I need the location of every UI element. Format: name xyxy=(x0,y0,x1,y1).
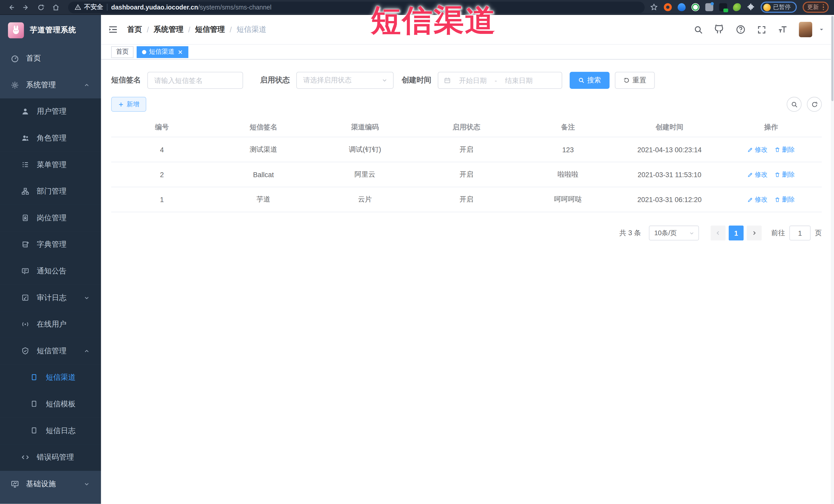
date-range-picker[interactable]: - xyxy=(438,72,562,89)
user-avatar[interactable] xyxy=(799,22,812,37)
extension-grid-icon[interactable] xyxy=(705,3,713,11)
bookmark-star-icon[interactable] xyxy=(650,3,658,11)
browser-menu-icon[interactable] xyxy=(823,4,824,10)
sign-input[interactable] xyxy=(147,72,243,89)
sidebar-item-audit-log[interactable]: 审计日志 xyxy=(0,285,101,311)
end-date-input[interactable] xyxy=(499,76,538,84)
goto-page-input[interactable] xyxy=(789,226,811,241)
sidebar-item-menus[interactable]: 菜单管理 xyxy=(0,152,101,178)
delete-link[interactable]: 删除 xyxy=(774,195,795,204)
help-question-icon[interactable] xyxy=(736,24,746,35)
breadcrumb-system[interactable]: 系统管理 xyxy=(154,25,183,34)
main-area: 首页 / 系统管理 / 短信管理 / 短信渠道 xyxy=(101,15,834,504)
document-icon xyxy=(30,400,39,409)
sidebar-item-depts[interactable]: 部门管理 xyxy=(0,178,101,205)
extension-orange-icon[interactable] xyxy=(663,3,672,11)
page-size-select[interactable]: 10条/页 xyxy=(649,226,699,241)
start-date-input[interactable] xyxy=(453,76,492,84)
sidebar-item-dict[interactable]: 字典管理 xyxy=(0,231,101,258)
delete-link[interactable]: 删除 xyxy=(774,170,795,179)
browser-home-button[interactable] xyxy=(49,1,63,14)
fullscreen-icon[interactable] xyxy=(757,25,767,34)
reset-button[interactable]: 重置 xyxy=(615,72,655,89)
github-icon[interactable] xyxy=(715,24,724,35)
shield-check-icon xyxy=(21,347,30,355)
col-header-time: 创建时间 xyxy=(619,123,720,132)
avatar-caret-down-icon[interactable] xyxy=(818,27,825,32)
delete-link-label: 删除 xyxy=(782,195,795,204)
sidebar-item-error-code[interactable]: 错误码管理 xyxy=(0,444,101,471)
extensions-puzzle-icon[interactable] xyxy=(746,3,754,11)
browser-forward-button[interactable] xyxy=(19,1,33,14)
sidebar-item-online-users[interactable]: 在线用户 xyxy=(0,311,101,338)
sidebar-item-home[interactable]: 首页 xyxy=(0,45,101,72)
id-badge-icon xyxy=(21,214,30,222)
sidebar-item-label: 字典管理 xyxy=(37,240,66,249)
header-search-icon[interactable] xyxy=(694,25,703,34)
toggle-search-button[interactable] xyxy=(787,97,802,112)
home-icon xyxy=(53,5,59,10)
address-divider xyxy=(107,4,107,11)
sidebar-item-sms[interactable]: 短信管理 xyxy=(0,338,101,365)
delete-link[interactable]: 删除 xyxy=(774,145,795,154)
status-label: 启用状态 xyxy=(260,75,290,85)
sidebar-item-notice[interactable]: 通知公告 xyxy=(0,258,101,285)
active-dot-icon xyxy=(142,50,146,54)
sidebar-item-posts[interactable]: 岗位管理 xyxy=(0,205,101,232)
profile-paused-badge[interactable]: 已暂停 xyxy=(760,2,796,13)
tag-close-icon[interactable] xyxy=(178,49,183,55)
page-number-button[interactable]: 1 xyxy=(729,226,744,241)
sidebar-item-roles[interactable]: 角色管理 xyxy=(0,125,101,152)
col-header-status: 启用状态 xyxy=(416,123,517,132)
tag-label: 短信渠道 xyxy=(149,47,174,56)
address-bar[interactable]: 不安全 dashboard.yudao.iocoder.cn/system/sm… xyxy=(68,1,644,13)
browser-update-button[interactable]: 更新 xyxy=(803,2,829,13)
extension-leaf-icon[interactable] xyxy=(732,3,741,11)
sidebar-collapse-button[interactable] xyxy=(108,24,118,35)
edit-link[interactable]: 修改 xyxy=(747,195,768,204)
prev-page-button[interactable] xyxy=(710,226,725,241)
sidebar: 芋道管理系统 首页 系统管理 用户管理 角色管 xyxy=(0,15,101,504)
next-page-button[interactable] xyxy=(747,226,762,241)
sidebar-item-infrastructure[interactable]: 基础设施 xyxy=(0,471,101,498)
edit-square-icon xyxy=(21,294,30,302)
browser-reload-button[interactable] xyxy=(34,1,48,14)
paused-label: 已暂停 xyxy=(773,3,791,11)
sidebar-item-sms-template[interactable]: 短信模板 xyxy=(0,391,101,418)
sidebar-item-label: 基础设施 xyxy=(26,479,56,489)
sidebar-item-system[interactable]: 系统管理 xyxy=(0,72,101,98)
breadcrumb-sms[interactable]: 短信管理 xyxy=(195,25,225,34)
chevron-down-icon xyxy=(381,77,388,84)
page-scrollbar[interactable] xyxy=(831,15,834,504)
status-select[interactable]: 请选择启用状态 xyxy=(296,72,394,89)
online-signal-icon xyxy=(21,320,30,329)
site-security-indicator[interactable]: 不安全 xyxy=(74,3,103,12)
breadcrumb-home[interactable]: 首页 xyxy=(127,25,142,34)
add-button[interactable]: 新增 xyxy=(111,97,146,112)
browser-toolbar: 不安全 dashboard.yudao.iocoder.cn/system/sm… xyxy=(0,0,834,15)
scrollbar-thumb[interactable] xyxy=(831,16,833,101)
chevron-down-icon xyxy=(83,481,90,487)
search-button[interactable]: 搜索 xyxy=(570,72,609,89)
sidebar-item-sms-log[interactable]: 短信日志 xyxy=(0,418,101,444)
tag-home[interactable]: 首页 xyxy=(111,46,133,58)
cell-status: 开启 xyxy=(416,195,517,204)
breadcrumb-separator: / xyxy=(188,25,190,34)
url-host: dashboard.yudao.iocoder.cn xyxy=(111,3,198,11)
extension-check-icon[interactable] xyxy=(691,3,699,11)
browser-back-button[interactable] xyxy=(4,1,18,14)
refresh-icon xyxy=(623,77,630,84)
sidebar-item-label: 短信模板 xyxy=(46,399,75,409)
font-size-icon[interactable] xyxy=(777,24,788,35)
sidebar-item-label: 错误码管理 xyxy=(37,453,74,462)
sidebar-item-sms-channel[interactable]: 短信渠道 xyxy=(0,364,101,391)
sidebar-logo[interactable]: 芋道管理系统 xyxy=(0,15,101,45)
edit-link[interactable]: 修改 xyxy=(747,145,768,154)
sidebar-item-users[interactable]: 用户管理 xyxy=(0,98,101,125)
edit-link[interactable]: 修改 xyxy=(747,170,768,179)
gear-icon xyxy=(10,81,19,89)
refresh-table-button[interactable] xyxy=(807,97,822,112)
extension-switch-icon[interactable] xyxy=(719,3,727,11)
tag-sms-channel[interactable]: 短信渠道 xyxy=(137,46,189,58)
extension-pin-icon[interactable] xyxy=(677,3,685,11)
